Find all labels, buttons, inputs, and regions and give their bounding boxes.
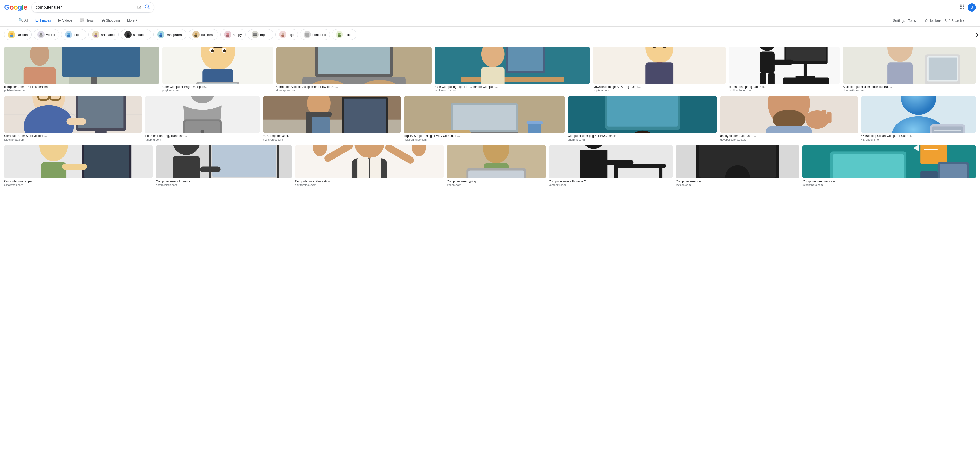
chip-happy[interactable]: happy (220, 29, 246, 40)
img-label-17: Computer user illustration (295, 180, 444, 183)
tab-images-label: Images (40, 18, 51, 22)
svg-rect-155 (822, 110, 827, 122)
img-box-16 (156, 145, 292, 178)
image-card-10[interactable]: Yu Computer User. nl.pinterest.com (263, 96, 401, 141)
img-source-20: flaticon.com (676, 183, 799, 186)
chip-confused[interactable]: logo (275, 29, 298, 40)
tab-more-label: More (127, 18, 135, 22)
chip-business[interactable]: business (189, 29, 218, 40)
chevron-down-icon: ▾ (136, 18, 137, 22)
search-bar (31, 2, 154, 13)
image-card-14[interactable]: 4570book | Clipart Computer User Ic... 4… (861, 96, 976, 141)
svg-point-12 (10, 32, 13, 35)
search-icon: 🔍 (18, 18, 23, 22)
image-card-19[interactable]: Computer user silhouette 2 vecteezy.com (549, 145, 673, 186)
img-box-5 (593, 47, 726, 84)
tab-shopping[interactable]: 🛍 Shopping (98, 16, 123, 25)
header: Google U (0, 0, 980, 15)
chip-office-label: office (345, 33, 352, 37)
videos-icon: ▶ (58, 18, 61, 22)
img-source-10: nl.pinterest.com (263, 138, 401, 141)
svg-rect-29 (253, 35, 258, 36)
chip-silhouette-thumb (124, 31, 132, 38)
chip-logo[interactable]: confused (300, 29, 330, 40)
img-box-12 (568, 96, 717, 133)
chip-silhouette-label: silhouette (133, 33, 148, 37)
chip-logo-label: confused (312, 33, 326, 37)
img-box-7 (843, 47, 976, 84)
svg-rect-169 (84, 145, 129, 178)
user-avatar[interactable]: U (968, 3, 976, 11)
svg-line-2 (148, 8, 150, 9)
svg-rect-106 (95, 130, 107, 133)
svg-rect-225 (833, 154, 904, 178)
image-card-3[interactable]: Computer Science Assignment: How to Do .… (276, 47, 431, 92)
image-card-1[interactable]: computer-user - Publiek denken publiekde… (4, 47, 159, 92)
image-card-17[interactable]: Computer user illustration shutterstock.… (295, 145, 444, 186)
img-label-6: bureaublad partij Lab Pict... (729, 85, 840, 89)
tab-videos-label: Videos (62, 18, 73, 22)
img-box-10 (263, 96, 401, 133)
img-label-21: Computer user vector art (802, 180, 976, 183)
chip-transparent[interactable]: transparent (153, 29, 187, 40)
search-input[interactable] (36, 5, 135, 10)
search-button[interactable] (144, 4, 150, 11)
image-card-9[interactable]: Pc User Icon Png, Transpare... kindpng.c… (145, 96, 260, 141)
camera-search-button[interactable] (137, 4, 142, 11)
safesearch-toggle[interactable]: SafeSearch ▾ (944, 19, 965, 22)
svg-rect-21 (127, 35, 130, 37)
image-card-5[interactable]: Download Image As A Png - User... pngite… (593, 47, 726, 92)
google-logo[interactable]: Google (4, 3, 27, 11)
tab-more[interactable]: More ▾ (124, 16, 140, 25)
image-card-7[interactable]: Male computer user stock illustrati... d… (843, 47, 976, 92)
chip-clipart[interactable]: clipart (61, 29, 87, 40)
collections-link[interactable]: Collections (925, 19, 942, 22)
img-box-8 (4, 96, 142, 133)
img-source-9: kindpng.com (145, 138, 260, 141)
svg-rect-8 (963, 6, 964, 7)
image-card-16[interactable]: Computer user silhouette getdrawings.com (156, 145, 292, 186)
image-card-18[interactable]: Computer user typing freepik.com (447, 145, 546, 186)
chip-cartoon[interactable]: cartoon (4, 29, 32, 40)
chip-silhouette[interactable]: silhouette (121, 29, 151, 40)
svg-rect-140 (424, 130, 471, 133)
svg-rect-194 (370, 157, 382, 178)
svg-rect-205 (468, 170, 524, 178)
svg-rect-209 (580, 178, 607, 178)
settings-link[interactable]: Settings (893, 19, 905, 22)
tools-link[interactable]: Tools (908, 19, 916, 22)
image-card-21[interactable]: Computer user vector art istockphoto.com (802, 145, 976, 186)
chip-animated[interactable]: animated (88, 29, 118, 40)
image-row-3: Computer user clipart clipartmax.com (4, 145, 976, 186)
svg-rect-43 (24, 67, 56, 84)
svg-rect-227 (920, 145, 947, 164)
svg-rect-32 (305, 32, 309, 37)
svg-rect-212 (614, 164, 666, 168)
img-label-12: Computer user png 4 » PNG Image (568, 134, 717, 138)
image-card-2[interactable]: User Computer Png, Transpare... pngitem.… (162, 47, 273, 92)
image-card-6[interactable]: bureaublad partij Lab Pict... nl.clipart… (729, 47, 840, 92)
image-card-13[interactable]: annoyed computer user ... daveberesford.… (720, 96, 858, 141)
img-label-7: Male computer user stock illustrati... (843, 85, 976, 89)
chip-laptop[interactable]: laptop (248, 29, 273, 40)
tab-images[interactable]: 🖼 Images (32, 16, 54, 25)
tab-all[interactable]: 🔍 All (15, 16, 31, 25)
header-right: U (959, 3, 976, 11)
tab-news[interactable]: 📰 News (76, 16, 97, 25)
chip-business-thumb (192, 31, 199, 38)
chip-office[interactable]: office (332, 29, 356, 40)
img-label-11: Top 10 Simple Things Every Computer ... (404, 134, 565, 138)
image-card-8[interactable]: Computer User Stockvectorku... istockpho… (4, 96, 142, 141)
image-card-20[interactable]: Computer user icon flaticon.com (676, 145, 799, 186)
image-card-4[interactable]: Safe Computing Tips For Common Compute..… (435, 47, 590, 92)
chip-vector[interactable]: vector (33, 29, 59, 40)
image-card-15[interactable]: Computer user clipart clipartmax.com (4, 145, 153, 186)
svg-rect-27 (226, 35, 229, 37)
apps-button[interactable] (959, 4, 965, 11)
tab-videos[interactable]: ▶ Videos (55, 16, 76, 25)
chip-transparent-label: transparent (166, 33, 183, 37)
chip-laptop-thumb (251, 31, 259, 38)
chips-next-button[interactable]: ❯ (970, 27, 980, 43)
image-card-12[interactable]: Computer user png 4 » PNG Image pngimage… (568, 96, 717, 141)
image-card-11[interactable]: Top 10 Simple Things Every Computer ... … (404, 96, 565, 141)
